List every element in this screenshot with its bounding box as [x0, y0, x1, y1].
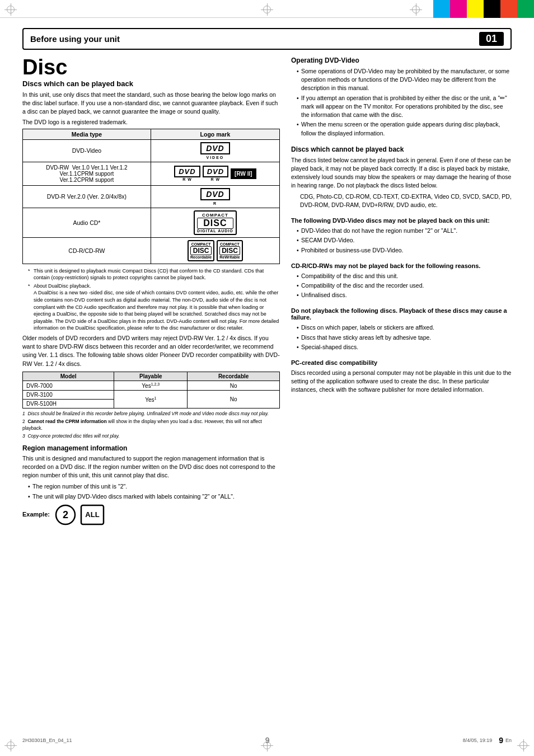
- playback-failure-bullet-1: Discs on which paper, labels or stickers…: [297, 323, 512, 332]
- compat-model-3: DVR-5100H: [23, 400, 114, 408]
- compat-row: DVR-3100 Yes1 No: [23, 391, 280, 400]
- footer-left: 2H30301B_En_04_11: [22, 738, 72, 743]
- cdr-list: Compatibility of the disc and this unit.…: [291, 272, 512, 300]
- example-label: Example:: [22, 511, 50, 518]
- all-badge: ALL: [80, 504, 105, 525]
- dvd-video-region-list: DVD-Video that do not have the region nu…: [291, 227, 512, 255]
- page-number-badge: 01: [479, 32, 504, 46]
- region-bullet-list: The region number of this unit is "2". T…: [22, 482, 280, 500]
- dvd-region-bullet-3: Prohibited or business-use DVD-Video.: [297, 246, 512, 255]
- compat-model-1: DVR-7000: [23, 381, 114, 390]
- playback-failure-list: Discs on which paper, labels or stickers…: [291, 323, 512, 351]
- compat-footnote-3: 3 Copy-once protected disc titles will n…: [22, 433, 280, 440]
- playback-failure-section: Do not playback the following discs. Pla…: [291, 307, 512, 351]
- cannot-play-section: Discs which cannot be played back The di…: [291, 145, 512, 209]
- cannot-play-title: Discs which cannot be played back: [291, 145, 512, 153]
- cdr-title: CD-R/CD-RWs may not be played back for t…: [291, 262, 512, 269]
- media-table: Media type Logo mark DVD-Video DVD VIDEO: [22, 129, 280, 264]
- table-row: CD-R/CD-RW COMPACT DISC Recordable COMPA…: [23, 237, 280, 264]
- footnotes-star-list: This unit is designed to playback music …: [22, 267, 280, 332]
- subsection-title: Discs which can be played back: [22, 79, 280, 88]
- footnote-star-1: This unit is designed to playback music …: [28, 267, 280, 281]
- main-content: Disc Discs which can be played back In t…: [22, 57, 512, 525]
- disc-main-title: Disc: [22, 57, 280, 78]
- bottom-left-reg: [4, 739, 17, 752]
- media-type-cdr-cdrw: CD-R/CD-RW: [23, 237, 151, 264]
- bottom-right-reg: [517, 739, 530, 752]
- operating-bullet-1: Some operations of DVD-Video may be proh…: [297, 67, 512, 93]
- logo-dvd-rw: DVD R W DVD R W [RW II]: [151, 162, 279, 185]
- dvd-region-bullet-2: SECAM DVD-Video.: [297, 236, 512, 245]
- pc-disc-text: Discs recorded using a personal computer…: [291, 369, 512, 395]
- svg-text:2: 2: [63, 509, 68, 520]
- operating-bullet-2: If you attempt an operation that is proh…: [297, 94, 512, 120]
- logo-cdr-cdrw: COMPACT DISC Recordable COMPACT DISC ReW…: [151, 237, 279, 264]
- compat-table: Model Playable Recordable DVR-7000 Yes1,…: [22, 372, 280, 408]
- footer-right: 8/4/05, 19:19: [463, 738, 493, 743]
- region-bullet-1: The region number of this unit is "2".: [28, 482, 280, 491]
- cdr-section: CD-R/CD-RWs may not be played back for t…: [291, 262, 512, 300]
- trademark-note: The DVD logo is a registered trademark.: [22, 119, 280, 125]
- compat-playable-2: Yes1: [114, 391, 188, 408]
- operating-dvd-section: Operating DVD-Video Some operations of D…: [291, 57, 512, 138]
- table-row: DVD-RW Ver.1.0 Ver.1.1 Ver.1.2Ver.1.1CPR…: [23, 162, 280, 185]
- media-type-dvd-rw: DVD-RW Ver.1.0 Ver.1.1 Ver.1.2Ver.1.1CPR…: [23, 162, 151, 185]
- col-header-logo-mark: Logo mark: [151, 129, 279, 139]
- older-models-text: Older models of DVD recorders and DVD wr…: [22, 334, 280, 368]
- footer-lang: En: [505, 738, 512, 743]
- cannot-play-list: CDG, Photo-CD, CD-ROM, CD-TEXT, CD-EXTRA…: [291, 192, 512, 209]
- logo-audio-cd: COMPACT DISC DIGITAL AUDIO: [151, 208, 279, 237]
- example-section: Example: 2 ALL: [22, 504, 280, 525]
- compat-col-recordable: Recordable: [188, 372, 280, 381]
- compat-playable-1: Yes1,2,3: [114, 381, 188, 390]
- left-column: Disc Discs which can be played back In t…: [22, 57, 280, 525]
- table-row: DVD-Video DVD VIDEO: [23, 139, 280, 162]
- compat-col-playable: Playable: [114, 372, 188, 381]
- region-2-badge: 2: [55, 504, 76, 525]
- logo-dvd-r: DVD R: [151, 185, 279, 208]
- cannot-play-text: The discs listed below cannot be played …: [291, 156, 512, 190]
- compat-footnote-2: 2 Cannot read the CPRM information will …: [22, 419, 280, 432]
- media-type-audio-cd: Audio CD*: [23, 208, 151, 237]
- cdr-bullet-2: Compatibility of the disc and the record…: [297, 281, 512, 290]
- footer-page-num-badge: 9: [499, 736, 503, 745]
- media-type-dvd-r: DVD-R Ver.2.0 (Ver. 2.0/4x/8x): [23, 185, 151, 208]
- region-bullet-2: The unit will play DVD-Video discs marke…: [28, 492, 280, 501]
- col-header-media-type: Media type: [23, 129, 151, 139]
- compat-footnote-1: 1 Discs should be finalized in this reco…: [22, 411, 280, 417]
- media-type-dvd-video: DVD-Video: [23, 139, 151, 162]
- operating-dvd-list: Some operations of DVD-Video may be proh…: [291, 67, 512, 138]
- compat-model-2: DVR-3100: [23, 391, 114, 400]
- header-title: Before using your unit: [30, 34, 120, 44]
- page-header: Before using your unit 01: [22, 28, 512, 50]
- playback-failure-bullet-2: Discs that have sticky areas left by adh…: [297, 334, 512, 342]
- cdr-bullet-1: Compatibility of the disc and this unit.: [297, 272, 512, 280]
- playback-failure-bullet-3: Special-shaped discs.: [297, 343, 512, 351]
- table-row: DVD-R Ver.2.0 (Ver. 2.0/4x/8x) DVD R: [23, 185, 280, 208]
- bottom-center-reg: [261, 739, 273, 752]
- region-section-title: Region management information: [22, 444, 280, 452]
- right-column: Operating DVD-Video Some operations of D…: [291, 57, 512, 525]
- dvd-region-bullet-1: DVD-Video that do not have the region nu…: [297, 227, 512, 235]
- operating-dvd-title: Operating DVD-Video: [291, 57, 512, 64]
- pc-disc-title: PC-created disc compatibility: [291, 359, 512, 366]
- compat-recordable-1: No: [188, 381, 280, 390]
- dvd-video-region-section: The following DVD-Video discs may not be…: [291, 217, 512, 255]
- intro-text: In this unit, use only discs that meet t…: [22, 91, 280, 116]
- logo-dvd-video: DVD VIDEO: [151, 139, 279, 162]
- dvd-video-region-title: The following DVD-Video discs may not be…: [291, 217, 512, 224]
- cdr-bullet-3: Unfinalised discs.: [297, 291, 512, 299]
- pc-disc-section: PC-created disc compatibility Discs reco…: [291, 359, 512, 395]
- compat-row: DVR-7000 Yes1,2,3 No: [23, 381, 280, 390]
- footnote-star-2: About DualDisc playback.A DualDisc is a …: [28, 283, 280, 332]
- compat-recordable-2: No: [188, 391, 280, 408]
- operating-bullet-3: When the menu screen or the operation gu…: [297, 120, 512, 137]
- playback-failure-title: Do not playback the following discs. Pla…: [291, 307, 512, 321]
- compat-col-model: Model: [23, 372, 114, 381]
- svg-text:ALL: ALL: [85, 510, 99, 519]
- table-row: Audio CD* COMPACT DISC DIGITAL AUDIO: [23, 208, 280, 237]
- region-text: This unit is designed and manufactured t…: [22, 454, 280, 480]
